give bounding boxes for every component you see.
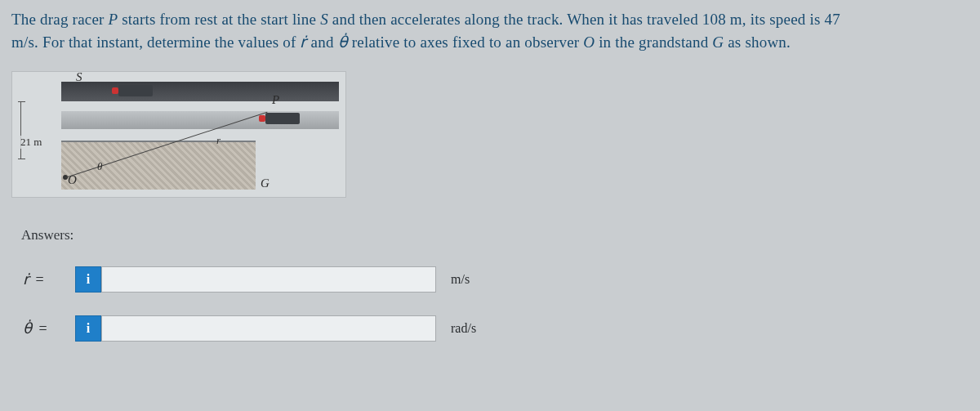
unit-label: m/s (451, 272, 470, 287)
text-part: relative to axes fixed to an observer (348, 34, 583, 51)
var-symbol: ṙ (23, 271, 29, 288)
thetadot-input[interactable] (101, 315, 436, 342)
vertical-dimension-line (20, 101, 56, 159)
answers-heading: Answers: (21, 227, 969, 243)
var-O: O (583, 34, 595, 51)
track-upper (61, 82, 339, 101)
answer-row-rdot: ṙ = i m/s (11, 266, 969, 293)
answer-var: ṙ = (23, 270, 75, 288)
var-G: G (712, 34, 724, 51)
label-o: O (68, 173, 77, 187)
text-part: in the grandstand (595, 34, 712, 51)
info-icon[interactable]: i (75, 315, 101, 342)
racer-at-p (265, 113, 300, 124)
text-part: The drag racer (11, 11, 109, 28)
unit-label: rad/s (451, 321, 476, 336)
info-icon[interactable]: i (75, 266, 101, 293)
problem-figure: 21 m S P r G O θ (11, 71, 346, 198)
var-rdot: ṙ (300, 34, 306, 51)
answer-var: θ̇ = (23, 319, 75, 337)
text-part: and (307, 34, 338, 51)
problem-statement: The drag racer P starts from rest at the… (11, 8, 969, 53)
racer-at-start (118, 85, 153, 96)
text-part: starts from rest at the start line (118, 11, 320, 28)
var-thetadot: θ̇ (338, 34, 348, 51)
label-theta: θ (97, 160, 102, 173)
rdot-input[interactable] (101, 266, 436, 293)
var-S: S (320, 11, 328, 28)
text-part: m/s. For that instant, determine the val… (11, 34, 300, 51)
text-part: and then accelerates along the track. Wh… (328, 11, 840, 28)
grandstand (61, 141, 256, 190)
label-p: P (272, 93, 279, 107)
var-P: P (109, 11, 118, 28)
text-part: as shown. (724, 34, 791, 51)
label-r: r (216, 134, 220, 147)
var-symbol: θ̇ (23, 320, 32, 337)
equals-sign: = (39, 320, 47, 337)
answer-row-thetadot: θ̇ = i rad/s (11, 315, 969, 342)
vertical-dimension-label: 21 m (19, 136, 43, 149)
equals-sign: = (36, 271, 44, 288)
label-g: G (261, 176, 270, 190)
label-s: S (76, 70, 82, 84)
